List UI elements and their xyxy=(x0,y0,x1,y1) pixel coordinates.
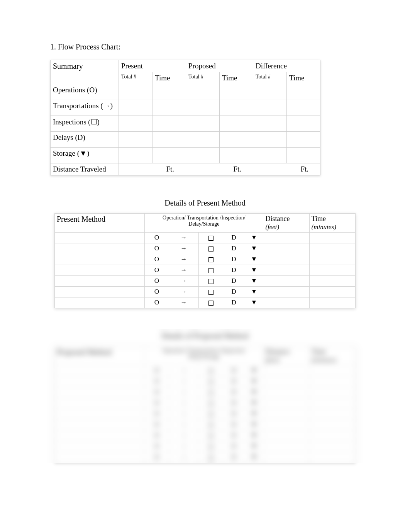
detail-step-label xyxy=(55,430,145,441)
detail-row: O→D▼ xyxy=(55,233,356,243)
detail-distance-cell xyxy=(263,409,309,420)
inspection-icon xyxy=(208,279,213,284)
inspection-icon xyxy=(208,433,213,439)
detail-time-cell xyxy=(309,420,355,430)
summary-cell xyxy=(219,100,253,116)
detail-symbol-cell: D xyxy=(223,376,245,387)
summary-cell xyxy=(219,84,253,100)
detail-step-label xyxy=(55,420,145,430)
distance-row: Distance Traveled Ft. Ft. Ft. xyxy=(51,163,320,175)
detail-symbol-cell: O xyxy=(145,265,169,276)
proposed-time-header: Time (minutes) xyxy=(309,347,355,365)
detail-time-cell xyxy=(309,409,355,420)
detail-time-cell xyxy=(309,287,355,297)
detail-symbol-cell: → xyxy=(169,287,199,297)
detail-symbol-cell: → xyxy=(169,243,199,254)
detail-symbol-cell: D xyxy=(223,441,245,452)
summary-row-label: Operations (O) xyxy=(51,84,119,100)
detail-symbol-cell: ▼ xyxy=(245,254,263,265)
proposed-detail-table: Proposed Method Operation/ Transportatio… xyxy=(54,346,356,463)
detail-distance-cell xyxy=(263,376,309,387)
detail-distance-cell xyxy=(263,276,309,287)
summary-cell xyxy=(152,116,186,132)
detail-symbol-cell: ▼ xyxy=(245,398,263,409)
page-title: 1. Flow Process Chart: xyxy=(50,42,360,51)
summary-cell xyxy=(119,148,152,163)
summary-cell xyxy=(219,132,253,148)
detail-symbol-cell xyxy=(199,365,223,376)
summary-cell xyxy=(253,84,286,100)
summary-row: Storage (▼) xyxy=(51,148,320,163)
present-detail-table: Present Method Operation/ Transportation… xyxy=(54,213,356,308)
summary-cell xyxy=(253,132,286,148)
detail-step-label xyxy=(55,365,145,376)
detail-symbol-cell xyxy=(199,297,223,308)
detail-symbol-cell: O xyxy=(145,398,169,409)
detail-symbol-cell xyxy=(199,276,223,287)
detail-time-cell xyxy=(309,441,355,452)
present-distance-header: Distance (feet) xyxy=(263,214,309,233)
detail-step-label xyxy=(55,287,145,297)
detail-symbol-cell xyxy=(199,287,223,297)
detail-symbol-cell: → xyxy=(169,265,199,276)
inspection-icon xyxy=(208,412,213,417)
detail-symbol-cell: → xyxy=(169,452,199,463)
detail-row: O→D▼ xyxy=(55,430,356,441)
detail-distance-cell xyxy=(263,420,309,430)
detail-distance-cell xyxy=(263,233,309,243)
distance-difference: Ft. xyxy=(253,163,320,175)
detail-row: O→D▼ xyxy=(55,265,356,276)
detail-symbol-cell: → xyxy=(169,430,199,441)
detail-symbol-cell: ▼ xyxy=(245,452,263,463)
distance-label: Distance Traveled xyxy=(51,163,119,175)
summary-row-label: Delays (D) xyxy=(51,132,119,148)
inspection-icon xyxy=(208,444,213,449)
detail-symbol-cell: → xyxy=(169,398,199,409)
detail-symbol-cell: O xyxy=(145,441,169,452)
detail-symbol-cell xyxy=(199,430,223,441)
detail-symbol-cell xyxy=(199,376,223,387)
proposed-method-header: Proposed Method xyxy=(55,347,145,365)
detail-step-label xyxy=(55,387,145,398)
summary-cell xyxy=(286,100,320,116)
detail-distance-cell xyxy=(263,297,309,308)
detail-symbol-cell: D xyxy=(223,233,245,243)
detail-symbol-cell: D xyxy=(223,365,245,376)
detail-symbol-cell xyxy=(199,452,223,463)
detail-row: O→D▼ xyxy=(55,243,356,254)
summary-cell xyxy=(219,116,253,132)
detail-symbol-cell: O xyxy=(145,409,169,420)
detail-step-label xyxy=(55,452,145,463)
summary-row-label: Transportations (→) xyxy=(51,100,119,116)
present-time-header: Time xyxy=(152,72,186,84)
detail-symbol-cell xyxy=(199,233,223,243)
summary-cell xyxy=(219,148,253,163)
summary-cell xyxy=(253,148,286,163)
summary-cell xyxy=(286,84,320,100)
detail-distance-cell xyxy=(263,243,309,254)
detail-symbol-cell: ▼ xyxy=(245,441,263,452)
inspection-icon xyxy=(208,246,213,252)
detail-time-cell xyxy=(309,297,355,308)
summary-cell xyxy=(186,84,219,100)
summary-cell xyxy=(286,132,320,148)
detail-row: O→D▼ xyxy=(55,376,356,387)
detail-symbol-cell xyxy=(199,398,223,409)
detail-symbol-cell: ▼ xyxy=(245,376,263,387)
summary-cell xyxy=(119,100,152,116)
detail-distance-cell xyxy=(263,365,309,376)
detail-distance-cell xyxy=(263,387,309,398)
detail-symbol-cell: D xyxy=(223,452,245,463)
inspection-icon xyxy=(208,390,213,395)
detail-distance-cell xyxy=(263,452,309,463)
detail-step-label xyxy=(55,376,145,387)
detail-distance-cell xyxy=(263,254,309,265)
detail-time-cell xyxy=(309,265,355,276)
inspection-icon xyxy=(208,379,213,384)
detail-time-cell xyxy=(309,398,355,409)
detail-step-label xyxy=(55,398,145,409)
detail-time-cell xyxy=(309,243,355,254)
distance-present: Ft. xyxy=(119,163,186,175)
present-details-title: Details of Present Method xyxy=(50,199,360,207)
difference-total-header: Total # xyxy=(253,72,286,84)
